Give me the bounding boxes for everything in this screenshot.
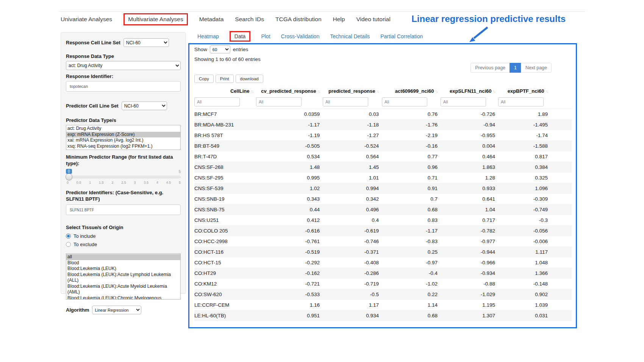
slider-tick-label: 0 xyxy=(67,181,69,184)
value-cell: -0.3 xyxy=(498,215,572,226)
result-tab[interactable]: Heatmap xyxy=(197,33,219,39)
value-cell: -0.519 xyxy=(256,247,323,257)
value-cell: 1.17 xyxy=(323,300,382,311)
nav-item[interactable]: Metadata xyxy=(199,16,224,23)
sidebar-controls: Response Cell Line Set NCI-60 Response D… xyxy=(61,32,186,294)
previous-page-button[interactable]: Previous page xyxy=(470,63,510,73)
nav-item[interactable]: Video tutorial xyxy=(356,16,390,23)
table-row: CNS:U251 0.412 0.4 0.83 0.717 -0.3 xyxy=(194,215,572,226)
slider-track[interactable] xyxy=(66,176,181,178)
predictor-cell-line-set-label: Predictor Cell Line Set xyxy=(66,103,119,109)
column-filter-input[interactable] xyxy=(194,97,240,106)
column-label: expSLFN11_nci60 xyxy=(450,88,492,94)
predictor-data-types-list: act: Drug Activity exp: mRNA Expression … xyxy=(66,125,181,150)
column-header[interactable]: predicted_response ↑↓ xyxy=(323,85,382,97)
results-table: CellLine ↑↓ cv_predicted_response ↑↓ xyxy=(194,85,572,321)
value-cell: 0.91 xyxy=(382,183,441,194)
result-tab[interactable]: Plot xyxy=(261,33,270,39)
export-button[interactable]: download xyxy=(236,75,263,83)
value-cell: -0.533 xyxy=(256,289,323,300)
tissue-radio-option[interactable]: To include xyxy=(66,233,181,239)
list-option[interactable]: Blood xyxy=(66,260,180,266)
column-header[interactable]: expBPTF_nci60 ↑↓ xyxy=(498,85,572,97)
predictor-identifiers-input[interactable] xyxy=(66,204,181,215)
column-filter-input[interactable] xyxy=(498,97,544,106)
cell-line-cell: CNS:SF-268 xyxy=(194,162,256,173)
list-option[interactable]: xai: mRNA Expression (Avg. log2 Int.) xyxy=(66,137,180,144)
list-option[interactable]: all xyxy=(66,254,180,260)
value-cell: -0.934 xyxy=(441,268,498,279)
nav-item[interactable]: Multivariate Analyses xyxy=(123,13,188,25)
list-option[interactable]: exp: mRNA Expression (Z-Score) xyxy=(66,132,180,138)
sort-icon[interactable]: ↑↓ xyxy=(251,89,253,94)
sort-icon[interactable]: ↑↓ xyxy=(493,89,496,94)
result-tab[interactable]: Partial Correlation xyxy=(380,33,423,39)
result-tab[interactable]: Data xyxy=(230,31,251,42)
radio-label: To include xyxy=(73,233,96,239)
nav-item[interactable]: Univariate Analyses xyxy=(61,16,112,23)
column-header[interactable]: expSLFN11_nci60 ↑↓ xyxy=(441,85,498,97)
response-cell-line-set-select[interactable]: NCI-60 xyxy=(123,38,169,47)
table-row: CNS:SNB-75 0.44 0.496 0.68 1.04 -0.749 xyxy=(194,204,572,215)
tissue-origin-list: all Blood Blood:Leukemia (LEUK) Blood:Le… xyxy=(66,253,181,300)
export-button[interactable]: Copy xyxy=(194,75,214,83)
value-cell: 0.83 xyxy=(382,215,441,226)
algorithm-select[interactable]: Linear Regression xyxy=(92,306,141,314)
next-page-button[interactable]: Next page xyxy=(521,63,552,73)
slider-tick-label: 3 xyxy=(134,181,136,184)
table-row: CO:HCT-15 -0.292 -0.408 -0.97 -0.966 1.0… xyxy=(194,257,572,268)
nav-item-label: Video tutorial xyxy=(356,16,390,22)
list-option[interactable]: xsq: RNA-seq Expression (log2 FPKM+1.) xyxy=(66,144,180,150)
tissue-radio-option[interactable]: To exclude xyxy=(66,242,181,247)
list-option[interactable]: Blood:Leukemia (LEUK) xyxy=(66,266,180,272)
column-filter-input[interactable] xyxy=(382,97,427,106)
list-option[interactable]: act: Drug Activity xyxy=(66,126,180,132)
value-cell: -0.371 xyxy=(323,247,382,257)
response-cell-line-set-label: Response Cell Line Set xyxy=(66,39,120,46)
response-identifier-input[interactable] xyxy=(66,81,181,92)
value-cell: -0.4 xyxy=(382,268,441,279)
value-cell: -0.286 xyxy=(323,268,382,279)
current-page-button[interactable]: 1 xyxy=(510,63,521,73)
radio-icon[interactable] xyxy=(66,242,71,247)
annotation-title: Linear regression predictive results xyxy=(405,14,566,24)
nav-item[interactable]: Search IDs xyxy=(235,16,264,23)
radio-icon[interactable] xyxy=(66,234,71,239)
cell-line-cell: CO:COLO 205 xyxy=(194,226,256,236)
nav-item[interactable]: Help xyxy=(333,16,345,23)
value-cell: -1.18 xyxy=(323,120,382,130)
column-filter-input[interactable] xyxy=(256,97,302,106)
result-tab[interactable]: Cross-Validation xyxy=(281,33,320,39)
result-tab-label: Technical Details xyxy=(330,33,370,39)
export-button[interactable]: Print xyxy=(216,75,234,83)
result-tab[interactable]: Technical Details xyxy=(330,33,370,39)
nav-item[interactable]: TCGA distribution xyxy=(275,16,321,23)
sort-icon[interactable]: ↑↓ xyxy=(435,89,438,94)
list-option[interactable]: Blood:Leukemia (LEUK):Acute Myeloid Leuk… xyxy=(66,284,180,295)
column-header[interactable]: cv_predicted_response ↑↓ xyxy=(256,85,323,97)
result-tab-label: Data xyxy=(234,33,246,39)
predictor-cell-line-set-select[interactable]: NCI-60 xyxy=(122,101,167,110)
list-option[interactable]: Blood:Leukemia (LEUK):Chronic Myelogenou… xyxy=(66,295,180,300)
response-data-type-select[interactable]: act: Drug Activity xyxy=(66,61,181,70)
column-filter-input[interactable] xyxy=(323,97,368,106)
value-cell: 0.933 xyxy=(441,183,498,194)
list-option[interactable]: Blood:Leukemia (LEUK):Acute Lymphoid Leu… xyxy=(66,272,180,284)
slider-max-label: 5 xyxy=(178,170,181,174)
value-cell: 0.4 xyxy=(323,215,382,226)
value-cell: 0.25 xyxy=(382,247,441,257)
table-row: LE:HL-60(TB) 0.951 0.934 0.68 1.307 0.03… xyxy=(194,311,572,321)
value-cell: -0.97 xyxy=(382,257,441,268)
sort-icon[interactable]: ↑↓ xyxy=(317,89,320,94)
column-filter-input[interactable] xyxy=(441,97,486,106)
cell-line-cell: CO:HCT-116 xyxy=(194,247,256,257)
sort-icon[interactable]: ↑↓ xyxy=(377,89,379,94)
slider-handle[interactable] xyxy=(66,173,72,180)
column-header[interactable]: CellLine ↑↓ xyxy=(194,85,256,97)
value-cell: 1.28 xyxy=(441,173,498,183)
entries-count-select[interactable]: 60 xyxy=(210,45,230,53)
sort-icon[interactable]: ↑↓ xyxy=(546,89,548,94)
column-header[interactable]: act609699_nci60 ↑↓ xyxy=(382,85,441,97)
table-row: BR:BT-549 -0.505 -0.524 -0.16 0.004 -1.5… xyxy=(194,141,572,151)
value-cell: 0.0359 xyxy=(256,109,323,120)
